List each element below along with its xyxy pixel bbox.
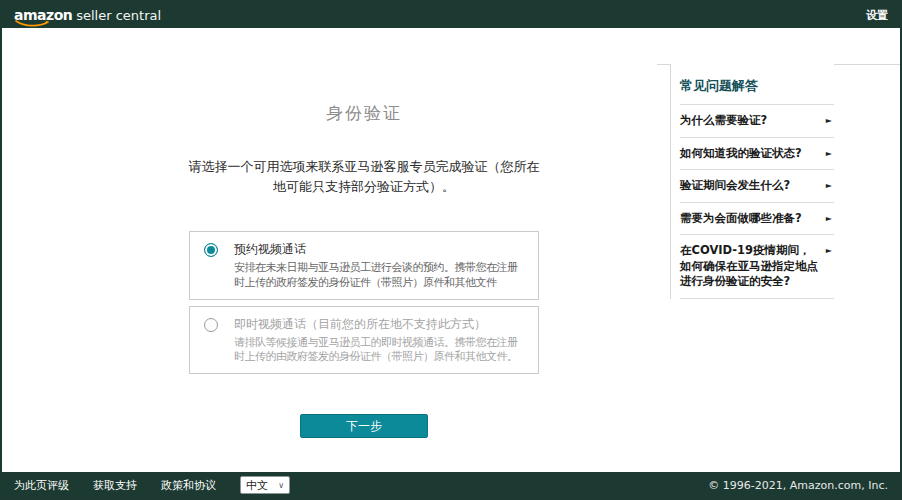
option-scheduled-video-call[interactable]: 预约视频通话 安排在未来日期与亚马逊员工进行会谈的预约。携带您在注册时上传的政府… (189, 231, 539, 300)
language-select[interactable]: 中文 ∨ (240, 476, 290, 494)
settings-link[interactable]: 设置 (866, 8, 888, 23)
faq-item-what-happens[interactable]: 验证期间会发生什么? ► (680, 170, 834, 203)
language-value: 中文 (246, 478, 268, 493)
faq-item-meeting-preparation[interactable]: 需要为会面做哪些准备? ► (680, 203, 834, 236)
chevron-down-icon: ∨ (278, 481, 284, 490)
option-description: 请排队等候接通与亚马逊员工的即时视频通话。携带您在注册时上传的由政府签发的身份证… (234, 336, 524, 365)
faq-item-label: 验证期间会发生什么? (680, 178, 790, 194)
option-instant-video-call[interactable]: 即时视频通话（目前您的所在地不支持此方式） 请排队等候接通与亚马逊员工的即时视频… (189, 306, 539, 375)
faq-title: 常见问题解答 (680, 64, 834, 105)
copyright-text: © 1996-2021, Amazon.com, Inc. (708, 479, 888, 492)
instruction-text: 请选择一个可用选项来联系亚马逊客服专员完成验证（您所在地可能只支持部分验证方式）… (186, 157, 542, 197)
arrow-right-icon: ► (826, 214, 832, 223)
faq-item-label: 如何知道我的验证状态? (680, 146, 802, 162)
radio-unchecked-icon[interactable] (204, 318, 218, 332)
faq-item-label: 需要为会面做哪些准备? (680, 211, 802, 227)
faq-panel: 常见问题解答 为什么需要验证? ► 如何知道我的验证状态? ► 验证期间会发生什… (670, 64, 834, 299)
faq-item-covid-safety[interactable]: 在COVID-19疫情期间，如何确保在亚马逊指定地点进行身份验证的安全? ► (680, 235, 834, 299)
arrow-right-icon: ► (826, 116, 832, 125)
page-title: 身份验证 (186, 102, 542, 125)
faq-item-label: 为什么需要验证? (680, 113, 767, 129)
top-bar: amazon seller central 设置 (2, 2, 900, 28)
option-description: 安排在未来日期与亚马逊员工进行会谈的预约。携带您在注册时上传的政府签发的身份证件… (234, 261, 524, 290)
option-title: 即时视频通话（目前您的所在地不支持此方式） (234, 316, 524, 333)
amazon-seller-central-logo[interactable]: amazon seller central (14, 7, 161, 23)
arrow-right-icon: ► (826, 149, 832, 158)
footer-link-rate-page[interactable]: 为此页评级 (14, 478, 69, 493)
main-content: 身份验证 请选择一个可用选项来联系亚马逊客服专员完成验证（您所在地可能只支持部分… (186, 28, 542, 438)
page: amazon seller central 设置 身份验证 请选择一个可用选项来… (0, 0, 902, 500)
amazon-wordmark: amazon (14, 7, 72, 23)
next-button[interactable]: 下一步 (300, 414, 428, 438)
footer-link-policies[interactable]: 政策和协议 (161, 478, 216, 493)
footer-link-get-support[interactable]: 获取支持 (93, 478, 137, 493)
faq-item-label: 在COVID-19疫情期间，如何确保在亚马逊指定地点进行身份验证的安全? (680, 243, 820, 290)
faq-item-verification-status[interactable]: 如何知道我的验证状态? ► (680, 138, 834, 171)
faq-item-why-verify[interactable]: 为什么需要验证? ► (680, 105, 834, 138)
arrow-right-icon: ► (826, 246, 832, 255)
option-title: 预约视频通话 (234, 241, 524, 258)
arrow-right-icon: ► (826, 181, 832, 190)
footer-bar: 为此页评级 获取支持 政策和协议 中文 ∨ © 1996-2021, Amazo… (2, 472, 900, 498)
amazon-smile-icon (15, 20, 49, 27)
radio-checked-icon[interactable] (204, 243, 218, 257)
seller-central-wordmark: seller central (76, 8, 161, 23)
